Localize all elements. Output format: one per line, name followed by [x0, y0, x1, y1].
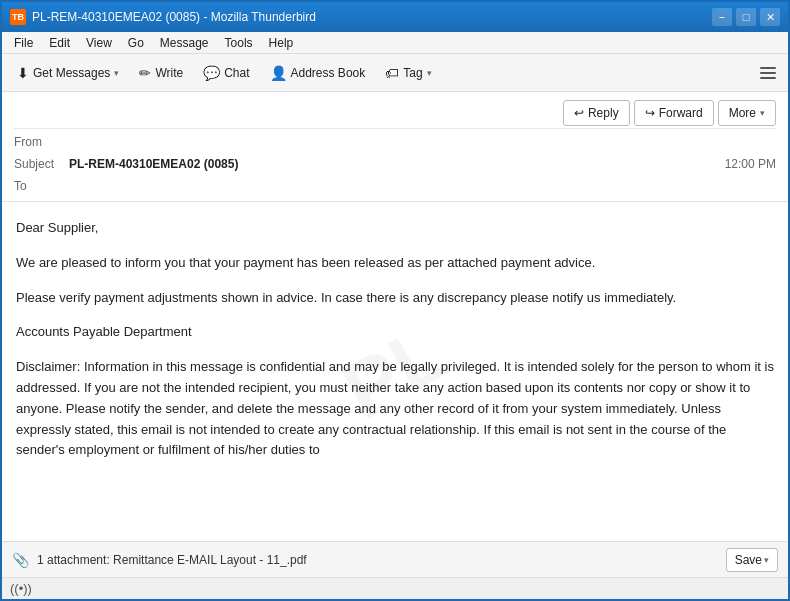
get-messages-button[interactable]: ⬇ Get Messages ▾ [8, 59, 128, 87]
address-book-label: Address Book [291, 66, 366, 80]
reply-button[interactable]: ↩ Reply [563, 100, 630, 126]
hamburger-line-3 [760, 77, 776, 79]
email-paragraph-3: Accounts Payable Department [16, 322, 774, 343]
forward-label: Forward [659, 106, 703, 120]
save-label: Save [735, 553, 762, 567]
chat-label: Chat [224, 66, 249, 80]
menu-go[interactable]: Go [120, 34, 152, 52]
reply-label: Reply [588, 106, 619, 120]
forward-icon: ↪ [645, 106, 655, 120]
email-greeting: Dear Supplier, [16, 218, 774, 239]
email-disclaimer: Disclaimer: Information in this message … [16, 357, 774, 461]
email-content: Dear Supplier, We are pleased to inform … [16, 218, 774, 461]
tag-button[interactable]: 🏷 Tag ▾ [376, 59, 440, 87]
write-button[interactable]: ✏ Write [130, 59, 192, 87]
title-bar: TB PL-REM-40310EMEA02 (0085) - Mozilla T… [2, 2, 788, 32]
email-actions-row: ↩ Reply ↪ Forward More ▾ [14, 96, 776, 129]
subject-row: Subject PL-REM-40310EMEA02 (0085) 12:00 … [14, 153, 776, 175]
menu-tools[interactable]: Tools [217, 34, 261, 52]
write-icon: ✏ [139, 65, 151, 81]
menu-bar: File Edit View Go Message Tools Help [2, 32, 788, 54]
paperclip-icon: 📎 [12, 552, 29, 568]
save-button[interactable]: Save ▾ [726, 548, 778, 572]
email-time: 12:00 PM [725, 157, 776, 171]
address-book-button[interactable]: 👤 Address Book [261, 59, 375, 87]
save-dropdown-icon[interactable]: ▾ [764, 555, 769, 565]
status-bar: ((•)) [2, 577, 788, 599]
get-messages-dropdown-icon[interactable]: ▾ [114, 68, 119, 78]
hamburger-menu-button[interactable] [754, 59, 782, 87]
main-window: TB PL-REM-40310EMEA02 (0085) - Mozilla T… [0, 0, 790, 601]
from-row: From [14, 131, 776, 153]
menu-view[interactable]: View [78, 34, 120, 52]
menu-message[interactable]: Message [152, 34, 217, 52]
maximize-button[interactable]: □ [736, 8, 756, 26]
get-messages-icon: ⬇ [17, 65, 29, 81]
to-row: To [14, 175, 776, 197]
hamburger-line-1 [760, 67, 776, 69]
reply-icon: ↩ [574, 106, 584, 120]
email-header: ↩ Reply ↪ Forward More ▾ From Subject PL… [2, 92, 788, 202]
chat-icon: 💬 [203, 65, 220, 81]
get-messages-label: Get Messages [33, 66, 110, 80]
toolbar: ⬇ Get Messages ▾ ✏ Write 💬 Chat 👤 Addres… [2, 54, 788, 92]
more-label: More [729, 106, 756, 120]
chat-button[interactable]: 💬 Chat [194, 59, 258, 87]
address-book-icon: 👤 [270, 65, 287, 81]
hamburger-line-2 [760, 72, 776, 74]
attachment-bar: 📎 1 attachment: Remittance E-MAIL Layout… [2, 541, 788, 577]
window-controls: − □ ✕ [712, 8, 780, 26]
tag-dropdown-icon[interactable]: ▾ [427, 68, 432, 78]
wifi-icon: ((•)) [10, 581, 32, 596]
title-bar-left: TB PL-REM-40310EMEA02 (0085) - Mozilla T… [10, 9, 316, 25]
tag-label: Tag [403, 66, 422, 80]
window-title: PL-REM-40310EMEA02 (0085) - Mozilla Thun… [32, 10, 316, 24]
tag-icon: 🏷 [385, 65, 399, 81]
close-button[interactable]: ✕ [760, 8, 780, 26]
subject-label: Subject [14, 157, 69, 171]
attachment-text: 1 attachment: Remittance E-MAIL Layout -… [37, 553, 718, 567]
email-paragraph-2: Please verify payment adjustments shown … [16, 288, 774, 309]
write-label: Write [155, 66, 183, 80]
more-button[interactable]: More ▾ [718, 100, 776, 126]
forward-button[interactable]: ↪ Forward [634, 100, 714, 126]
menu-edit[interactable]: Edit [41, 34, 78, 52]
email-paragraph-1: We are pleased to inform you that your p… [16, 253, 774, 274]
menu-help[interactable]: Help [261, 34, 302, 52]
more-dropdown-icon: ▾ [760, 108, 765, 118]
subject-value: PL-REM-40310EMEA02 (0085) [69, 157, 725, 171]
minimize-button[interactable]: − [712, 8, 732, 26]
to-label: To [14, 179, 69, 193]
email-body: PL Dear Supplier, We are pleased to info… [2, 202, 788, 541]
from-label: From [14, 135, 69, 149]
menu-file[interactable]: File [6, 34, 41, 52]
app-icon: TB [10, 9, 26, 25]
